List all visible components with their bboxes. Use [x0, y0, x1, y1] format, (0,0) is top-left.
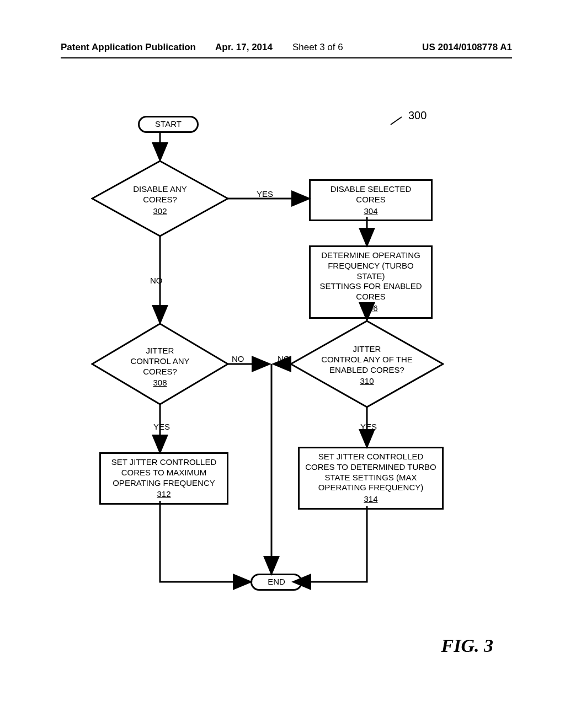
flowchart: 300 START DISABLE ANY CORES? 302 DISABLE…	[66, 99, 491, 640]
edge-label-yes-308: YES	[153, 422, 170, 431]
header-pubno: US 2014/0108778 A1	[422, 42, 512, 53]
edge-label-no-308: NO	[232, 354, 244, 363]
flowchart-edges	[66, 99, 491, 607]
edge-label-yes-310: YES	[360, 422, 377, 431]
edge-label-no-302: NO	[150, 276, 163, 285]
header-publication: Patent Application Publication	[61, 42, 196, 53]
page-header: Patent Application Publication Apr. 17, …	[61, 42, 512, 58]
edge-label-yes-302: YES	[257, 189, 273, 199]
edge-label-no-310: NO	[278, 354, 290, 363]
header-sheet: Sheet 3 of 6	[292, 42, 343, 53]
header-date: Apr. 17, 2014	[215, 42, 273, 53]
